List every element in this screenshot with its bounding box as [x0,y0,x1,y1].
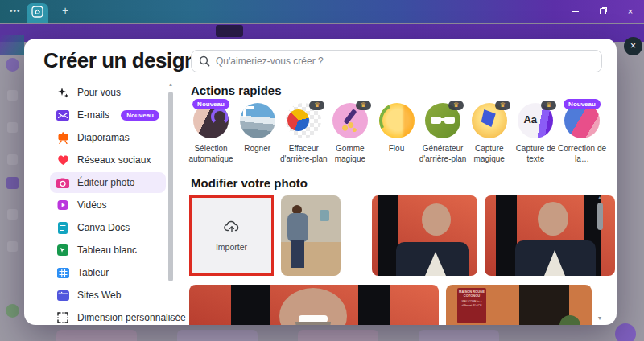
nouveau-badge: Nouveau [564,99,601,109]
photos-heading: Modifier votre photo [191,176,308,190]
photo-thumbnail-portrait-2[interactable] [485,195,615,276]
action-correction[interactable]: Nouveau Correction de la… [559,103,605,164]
spreadsheet-icon [56,266,69,279]
dimmed-sidebar-icon [6,58,19,72]
action-flou[interactable]: Flou [374,103,419,164]
import-label: Importer [216,242,247,252]
search-icon [199,55,210,67]
action-selection-automatique[interactable]: Nouveau Sélection automatique [188,103,233,164]
sidebar-item-label: Pour vous [77,87,121,98]
titlebar: ••• + × [0,0,644,23]
flou-icon [379,103,415,138]
dimmed-sidebar-icon [7,209,18,220]
sidebar-scrollbar[interactable] [168,92,173,281]
sidebar-item-label: E-mails [77,109,109,121]
sidebar-item-tableau-blanc[interactable]: Tableau blanc [50,240,166,261]
home-icon [31,6,43,21]
sidebar-item-dimension-personnalisee[interactable]: Dimension personnalisée [50,307,166,325]
action-capture-de-texte[interactable]: ♛ Aa Capture de texte [513,103,558,164]
nouveau-badge: Nouveau [192,99,229,109]
action-rogner[interactable]: Rogner [235,103,280,164]
modal-close-button[interactable]: × [624,37,642,55]
sidebar-item-pour-vous[interactable]: Pour vous [50,82,166,103]
browser-icon [56,289,69,302]
dimmed-help-button [615,323,636,341]
play-icon [56,199,69,212]
sidebar-item-canva-docs[interactable]: Canva Docs [50,217,166,238]
tab-home[interactable] [27,3,48,23]
sidebar-item-emails[interactable]: E-mails Nouveau [50,105,166,125]
premium-crown-icon: ♛ [541,101,556,110]
sidebar-scroll-up-icon[interactable]: ▲ [167,82,175,87]
sidebar-item-label: Vidéos [77,199,106,211]
action-generateur-arriere-plan[interactable]: ♛ Générateur d'arrière-plan [420,103,465,164]
photo-thumbnail-man-standing[interactable] [281,195,341,276]
premium-crown-icon: ♛ [495,101,510,110]
photo-thumbnail-portrait-1[interactable] [372,195,477,276]
premium-crown-icon: ♛ [448,101,464,110]
action-capture-magique[interactable]: ♛ Capture magique [467,103,512,164]
dimmed-sidebar-icon [7,90,18,101]
dimmed-card [298,330,378,341]
quick-actions-heading: Actions rapides [191,84,282,97]
action-effaceur-arriere-plan[interactable]: ♛ Effaceur d'arrière-plan [281,103,326,164]
whiteboard-icon [56,244,69,257]
camera-icon [56,176,69,189]
dimmed-logo [216,25,243,37]
dimmed-sidebar-icon [7,122,18,133]
app-window: ••• + × Créer un design [0,0,644,341]
dimmed-gradient [0,35,24,55]
dimmed-card [419,330,499,341]
quick-actions-row: Nouveau Sélection automatique Rogner ♛ E… [188,103,605,164]
sidebar-item-label: Tableur [77,267,109,278]
new-tab-button[interactable]: + [59,4,72,17]
content-scroll-up-icon[interactable]: ▲ [595,195,605,200]
sidebar-item-label: Tableau blanc [77,244,137,256]
photo-thumbnail-maison-rouge[interactable]: MAISON ROUGE COTONOU WELCOME to a differ… [446,285,592,325]
sidebar-item-reseaux-sociaux[interactable]: Réseaux sociaux [50,150,166,170]
rogner-icon [240,103,275,138]
search-bar[interactable] [191,50,602,72]
nouveau-badge: Nouveau [121,110,159,121]
sidebar-item-videos[interactable]: Vidéos [50,195,166,216]
dimmed-sidebar-icon [7,241,18,252]
minimize-button[interactable] [562,0,589,23]
dimmed-card [56,330,137,341]
sidebar-item-label: Réseaux sociaux [77,154,151,166]
tab-overflow-menu[interactable]: ••• [10,6,21,15]
cloud-upload-icon [224,220,240,236]
photo-sign: MAISON ROUGE COTONOU WELCOME to a differ… [457,288,486,323]
sidebar-scroll-down-icon[interactable]: ▼ [167,317,175,322]
sidebar-item-label: Diaporamas [77,132,130,143]
dimmed-sidebar-icon [6,177,19,189]
sidebar-item-label: Canva Docs [77,222,130,233]
sidebar-item-diaporamas[interactable]: Diaporamas [50,127,166,148]
heart-icon [56,154,69,166]
dimmed-card [177,330,258,341]
presentation-icon [56,131,69,144]
custom-size-icon [56,311,69,324]
sidebar-item-tableur[interactable]: Tableur [50,262,166,283]
import-tile[interactable]: Importer [189,195,274,276]
close-icon: × [628,6,633,16]
sidebar-item-label: Sites Web [77,290,121,301]
content-scroll-down-icon[interactable]: ▼ [595,315,605,321]
premium-crown-icon: ♛ [356,101,371,110]
action-gomme-magique[interactable]: ♛ Gomme magique [328,103,373,164]
premium-crown-icon: ♛ [309,101,324,110]
sidebar-item-editeur-photo[interactable]: Éditeur photo [50,172,166,193]
dimmed-sidebar-icon [6,304,19,318]
sidebar-item-sites-web[interactable]: Sites Web [50,285,166,306]
envelope-icon [56,109,69,121]
sidebar-item-label: Éditeur photo [77,177,134,188]
search-input[interactable] [216,55,594,67]
document-icon [56,221,69,234]
dimmed-sidebar-icon [7,154,18,165]
photo-thumbnail-smile-wide[interactable] [189,285,439,325]
minimize-icon [572,11,579,12]
restore-button[interactable] [589,0,617,23]
restore-icon [600,8,606,14]
close-window-button[interactable]: × [617,0,644,23]
sparkles-icon [56,86,69,99]
content-scrollbar[interactable] [597,203,603,230]
